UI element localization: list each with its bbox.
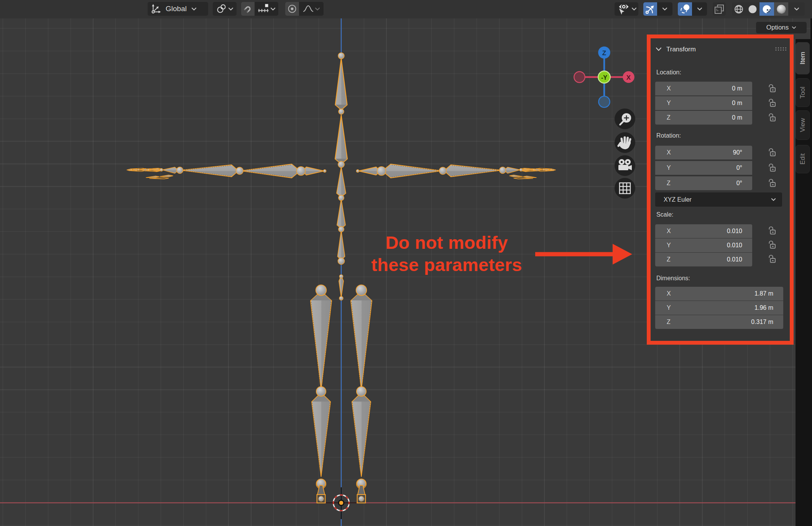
svg-text:Z: Z <box>602 49 606 57</box>
svg-text:-Y: -Y <box>601 74 607 81</box>
svg-text:X: X <box>626 74 631 81</box>
